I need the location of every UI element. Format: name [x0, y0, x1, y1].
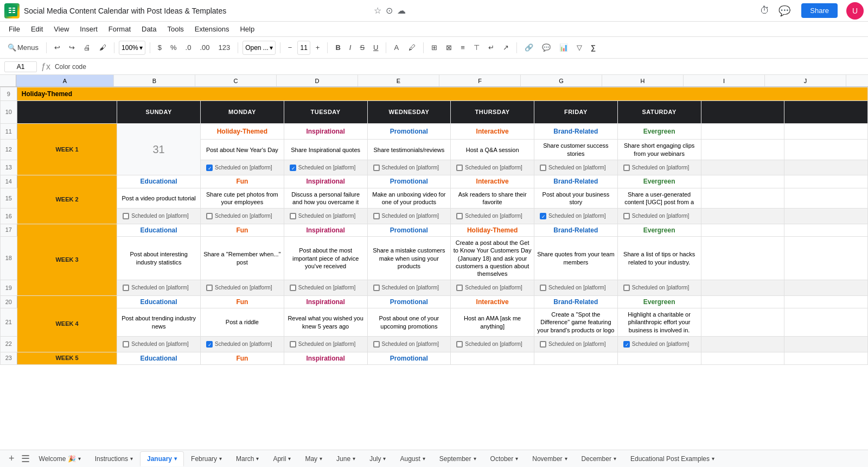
format-paint-button[interactable]: 🖌 [96, 42, 110, 53]
sheet-tab-instructions[interactable]: Instructions▾ [88, 451, 140, 466]
menu-file[interactable]: File [4, 24, 24, 34]
rotate-button[interactable]: ↗ [500, 42, 512, 53]
week4-wednesday-sched[interactable]: Scheduled on [platform] [367, 337, 451, 352]
sheet-tab-march[interactable]: March▾ [229, 451, 266, 466]
week1-monday-sched[interactable]: Scheduled on [platform] [201, 160, 284, 175]
menu-tools[interactable]: Tools [163, 24, 188, 34]
add-sheet-button[interactable]: + [4, 453, 19, 464]
tab-chevron[interactable]: ▾ [320, 456, 322, 462]
tab-chevron[interactable]: ▾ [423, 456, 425, 462]
col-header-c[interactable]: C [195, 75, 277, 86]
tab-chevron[interactable]: ▾ [515, 456, 518, 462]
sheet-tab-december[interactable]: December▾ [575, 451, 623, 466]
strikethrough-button[interactable]: S [356, 42, 368, 53]
user-avatar[interactable]: U [846, 2, 864, 20]
week3-thursday-sched[interactable]: Scheduled on [platform] [451, 280, 534, 296]
sheet-tab-may[interactable]: May▾ [298, 451, 329, 466]
align-button[interactable]: ≡ [457, 42, 468, 53]
font-selector[interactable]: Open ... ▾ [242, 41, 276, 55]
menu-insert[interactable]: Insert [75, 24, 102, 34]
week1-monday-checkbox[interactable] [206, 165, 213, 171]
week1-friday-sched[interactable]: Scheduled on [platform] [534, 160, 618, 175]
sheet-tab-september[interactable]: September▾ [432, 451, 483, 466]
italic-button[interactable]: I [346, 42, 355, 53]
tab-chevron[interactable]: ▾ [78, 456, 81, 462]
sheet-tab-february[interactable]: February▾ [184, 451, 229, 466]
sheet-tab-november[interactable]: November▾ [525, 451, 574, 466]
dec-dec-button[interactable]: .0 [182, 42, 195, 53]
sheet-tab-educational-post-examples[interactable]: Educational Post Examples▾ [623, 451, 722, 466]
week2-sunday-sched[interactable]: Scheduled on [platform] [117, 209, 201, 224]
week2-tuesday-sched[interactable]: Scheduled on [platform] [284, 209, 367, 224]
tab-chevron[interactable]: ▾ [565, 456, 567, 462]
week3-wednesday-checkbox[interactable] [373, 285, 380, 291]
sheet-tab-june[interactable]: June▾ [329, 451, 362, 466]
currency-button[interactable]: $ [155, 42, 165, 53]
col-header-d[interactable]: D [277, 75, 358, 86]
week3-sunday-sched[interactable]: Scheduled on [platform] [117, 280, 201, 296]
week2-sunday-checkbox[interactable] [123, 213, 129, 219]
week1-saturday-checkbox[interactable] [623, 165, 630, 171]
format-num-button[interactable]: 123 [215, 42, 233, 53]
menu-help[interactable]: Help [235, 24, 259, 34]
tab-chevron[interactable]: ▾ [614, 456, 616, 462]
font-size-increase[interactable]: + [312, 42, 323, 53]
menu-format[interactable]: Format [104, 24, 135, 34]
week2-friday-checkbox[interactable] [540, 213, 546, 219]
week4-thursday-sched[interactable]: Scheduled on [platform] [451, 337, 534, 352]
col-header-i[interactable]: I [684, 75, 765, 86]
bold-button[interactable]: B [332, 42, 343, 53]
week2-saturday-sched[interactable]: Scheduled on [platform] [617, 209, 701, 224]
text-color-button[interactable]: A [391, 42, 403, 53]
function-button[interactable]: ∑ [588, 42, 599, 53]
week4-sunday-sched[interactable]: Scheduled on [platform] [117, 337, 201, 352]
week3-thursday-checkbox[interactable] [456, 285, 463, 291]
week3-monday-checkbox[interactable] [206, 285, 213, 291]
week4-wednesday-checkbox[interactable] [373, 341, 380, 348]
tab-chevron[interactable]: ▾ [474, 456, 476, 462]
week4-tuesday-sched[interactable]: Scheduled on [platform] [284, 337, 367, 352]
menu-edit[interactable]: Edit [27, 24, 47, 34]
share-button[interactable]: Share [801, 3, 838, 18]
docs-icon[interactable]: ⊙ [386, 5, 393, 16]
sheet-tab-welcome-[interactable]: Welcome 🎉▾ [32, 451, 88, 466]
week3-saturday-checkbox[interactable] [623, 285, 630, 291]
sheet-tab-august[interactable]: August▾ [393, 451, 432, 466]
week1-friday-checkbox[interactable] [540, 165, 546, 171]
week1-thursday-sched[interactable]: Scheduled on [platform] [451, 160, 534, 175]
chart-button[interactable]: 📊 [556, 42, 571, 53]
week2-monday-checkbox[interactable] [206, 213, 213, 219]
week2-thursday-checkbox[interactable] [456, 213, 463, 219]
redo-button[interactable]: ↪ [66, 42, 78, 53]
tab-chevron[interactable]: ▾ [383, 456, 386, 462]
link-button[interactable]: 🔗 [521, 42, 537, 53]
week3-sunday-checkbox[interactable] [123, 285, 129, 291]
comments-icon[interactable]: 💬 [778, 5, 790, 17]
week4-tuesday-checkbox[interactable] [290, 341, 296, 348]
fill-color-button[interactable]: 🖊 [405, 42, 419, 53]
week4-friday-sched[interactable]: Scheduled on [platform] [534, 337, 618, 352]
print-button[interactable]: 🖨 [80, 42, 94, 53]
valign-button[interactable]: ⊤ [470, 42, 483, 53]
tab-chevron[interactable]: ▾ [256, 456, 259, 462]
underline-button[interactable]: U [370, 42, 381, 53]
week4-saturday-sched[interactable]: Scheduled on [platform] [617, 337, 701, 352]
week3-friday-checkbox[interactable] [540, 285, 546, 291]
sheet-tab-april[interactable]: April▾ [266, 451, 298, 466]
week3-tuesday-checkbox[interactable] [290, 285, 296, 291]
col-header-f[interactable]: F [439, 75, 521, 86]
week1-tuesday-checkbox[interactable] [290, 165, 296, 171]
week4-monday-checkbox[interactable] [206, 341, 213, 348]
week3-monday-sched[interactable]: Scheduled on [platform] [201, 280, 284, 296]
week4-friday-checkbox[interactable] [540, 341, 546, 348]
font-size-display[interactable]: 11 [297, 41, 310, 55]
menu-data[interactable]: Data [137, 24, 161, 34]
borders-button[interactable]: ⊞ [428, 42, 441, 53]
week4-saturday-checkbox[interactable] [623, 341, 630, 348]
col-header-a[interactable]: A [16, 75, 114, 86]
tab-chevron[interactable]: ▾ [219, 456, 222, 462]
menu-view[interactable]: View [49, 24, 73, 34]
history-icon[interactable]: ⏱ [760, 5, 770, 16]
week3-wednesday-sched[interactable]: Scheduled on [platform] [367, 280, 451, 296]
cell-reference[interactable]: A1 [4, 61, 37, 72]
